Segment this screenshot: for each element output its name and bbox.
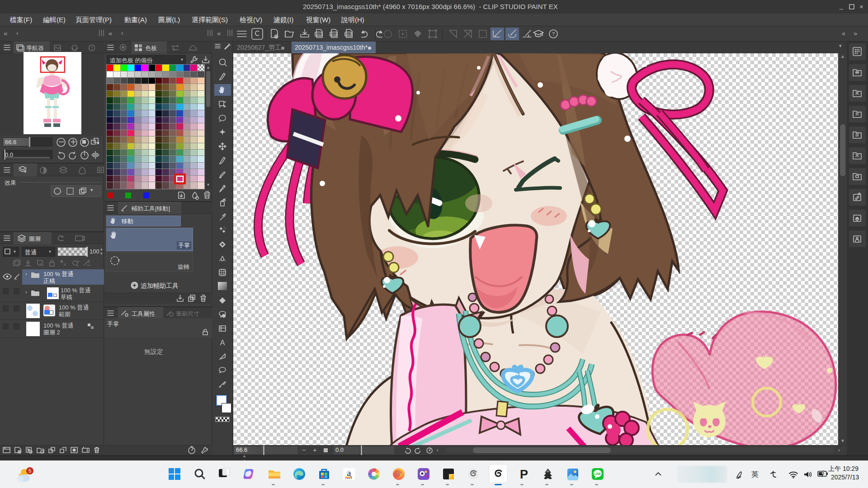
svg-text:LINE: LINE	[594, 472, 601, 475]
svg-text:5: 5	[28, 468, 31, 474]
svg-text:P: P	[520, 468, 528, 481]
svg-text:a: a	[347, 468, 351, 478]
svg-text:A: A	[220, 339, 225, 347]
svg-text:?: ?	[552, 31, 555, 37]
svg-text:jpg: jpg	[316, 32, 321, 36]
svg-text:psd: psd	[345, 32, 351, 36]
svg-text:png: png	[330, 32, 336, 36]
